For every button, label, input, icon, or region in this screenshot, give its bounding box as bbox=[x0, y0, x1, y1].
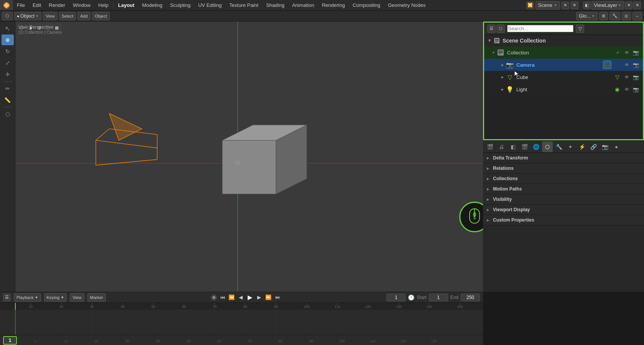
tab-rendering[interactable]: Rendering bbox=[318, 0, 349, 10]
prop-render-icon[interactable]: 🎬 bbox=[485, 141, 495, 152]
proportional-btn[interactable]: ◎ bbox=[622, 12, 631, 20]
transform-btn[interactable]: ↔ bbox=[632, 12, 642, 20]
object-menu-btn[interactable]: Object bbox=[92, 12, 110, 20]
prop-physics-icon[interactable]: ⚡ bbox=[577, 141, 587, 152]
camera-expand-arrow[interactable]: ▶ bbox=[499, 62, 506, 68]
light-lamp-icon[interactable]: ◉ bbox=[613, 85, 621, 94]
tab-animation[interactable]: Animation bbox=[288, 0, 318, 10]
menu-render[interactable]: Render bbox=[45, 0, 69, 10]
camera-constraint-icon[interactable]: 🎥 bbox=[603, 61, 611, 69]
outliner-search-input[interactable] bbox=[507, 25, 573, 32]
cube-modifier-icon[interactable]: ▽ bbox=[613, 73, 621, 81]
main-viewport[interactable]: User Perspective (1) Collection | Camera… bbox=[15, 21, 483, 292]
viewport-display-header[interactable]: ▶ Viewport Display bbox=[483, 205, 644, 215]
delta-transform-header[interactable]: ▶ Delta Transform bbox=[483, 153, 644, 163]
tab-texture-paint[interactable]: Texture Paint bbox=[225, 0, 262, 10]
add-menu-btn[interactable]: Add bbox=[77, 12, 90, 20]
menu-file[interactable]: File bbox=[13, 0, 29, 10]
collection-expand-arrow[interactable]: ▼ bbox=[490, 49, 496, 56]
keying-menu-btn[interactable]: Keying ▼ bbox=[44, 293, 67, 302]
collection-check-icon[interactable]: ✓ bbox=[614, 49, 621, 56]
tab-geometry-nodes[interactable]: Geometry Nodes bbox=[384, 0, 429, 10]
prop-scene-icon[interactable]: 🎬 bbox=[519, 141, 530, 152]
current-frame-input[interactable]: 1 bbox=[386, 294, 406, 301]
cursor-tool[interactable]: ↖ bbox=[2, 23, 14, 34]
outliner-display-mode[interactable]: ☰ bbox=[487, 25, 496, 33]
light-item-row[interactable]: ▶ 💡 Light ◉ 👁 📷 bbox=[484, 83, 643, 95]
view-menu-btn[interactable]: View bbox=[43, 12, 58, 20]
menu-help[interactable]: Help bbox=[94, 0, 112, 10]
timeline-view-menu-btn[interactable]: View bbox=[70, 293, 84, 302]
jump-start-btn[interactable]: ⏮ bbox=[219, 294, 226, 301]
add-cube-tool[interactable]: ⬡ bbox=[2, 109, 14, 120]
scene-collection-row[interactable]: ▼ Scene Collection bbox=[484, 35, 643, 46]
view-layer-remove-icon[interactable]: ✕ bbox=[633, 2, 641, 9]
timeline-content[interactable] bbox=[0, 310, 483, 335]
prop-object-icon[interactable]: ⬡ bbox=[542, 141, 553, 152]
menu-window[interactable]: Window bbox=[69, 0, 94, 10]
rotate-tool[interactable]: ↻ bbox=[2, 46, 14, 57]
tab-modeling[interactable]: Modeling bbox=[138, 0, 166, 10]
scene-remove-icon[interactable]: ✕ bbox=[571, 2, 578, 9]
custom-properties-header[interactable]: ▶ Custom Properties bbox=[483, 215, 644, 225]
tab-shading[interactable]: Shading bbox=[262, 0, 288, 10]
cube-item-row[interactable]: ▶ ▽ Cube ▽ 👁 📷 bbox=[484, 71, 643, 83]
prop-object-data-icon[interactable]: 📷 bbox=[600, 141, 610, 152]
playback-menu-btn[interactable]: Playback ▼ bbox=[14, 293, 41, 302]
tab-compositing[interactable]: Compositing bbox=[349, 0, 384, 10]
end-frame-input[interactable]: 250 bbox=[461, 294, 480, 301]
record-dot[interactable] bbox=[211, 294, 217, 301]
scene-add-icon[interactable]: ✕ bbox=[562, 2, 569, 9]
outliner-filter-btn[interactable]: ▽ bbox=[576, 25, 584, 33]
select-menu-btn[interactable]: Select bbox=[59, 12, 76, 20]
overlay-btn[interactable]: ⊞ bbox=[599, 12, 608, 20]
mode-dropdown[interactable]: ● Object ▼ bbox=[14, 12, 41, 20]
viewport-icon[interactable]: ⬡ bbox=[2, 12, 13, 20]
tab-sculpting[interactable]: Sculpting bbox=[166, 0, 194, 10]
prop-material-icon[interactable]: ● bbox=[611, 141, 622, 152]
prop-world-icon[interactable]: 🌐 bbox=[531, 141, 541, 152]
scale-tool[interactable]: ⤢ bbox=[2, 58, 14, 68]
play-btn[interactable]: ▶ bbox=[246, 294, 254, 301]
measure-tool[interactable]: 📏 bbox=[2, 95, 14, 105]
camera-render-icon[interactable]: 📷 bbox=[632, 61, 640, 69]
light-render-icon[interactable]: 📷 bbox=[632, 85, 640, 93]
blender-icon-btn[interactable] bbox=[0, 0, 13, 10]
scene-type-icon[interactable]: 🔀 bbox=[526, 2, 534, 9]
snap-btn[interactable]: 🔧 bbox=[610, 12, 620, 20]
prop-output-icon[interactable]: 🖨 bbox=[496, 141, 507, 152]
next-keyframe-btn[interactable]: ⏩ bbox=[264, 294, 272, 301]
view-layer-selector[interactable]: ViewLayer ▼ bbox=[591, 1, 624, 10]
collection-eye-icon[interactable]: 👁 bbox=[623, 49, 631, 56]
transform-tool[interactable]: ✛ bbox=[2, 69, 14, 80]
collection-row[interactable]: ▼ Collection ✓ 👁 📷 bbox=[484, 46, 643, 59]
cube-eye-icon[interactable]: 👁 bbox=[623, 73, 631, 81]
navigation-gizmo[interactable]: 5 bbox=[459, 202, 483, 232]
prop-modifier-icon[interactable]: 🔧 bbox=[554, 141, 564, 152]
tab-uv-editing[interactable]: UV Editing bbox=[194, 0, 225, 10]
timeline-type-icon[interactable]: ☰ bbox=[3, 294, 11, 301]
marker-menu-btn[interactable]: Marker bbox=[87, 293, 106, 302]
prop-particles-icon[interactable]: ✦ bbox=[565, 141, 576, 152]
tab-layout[interactable]: Layout bbox=[114, 0, 138, 10]
prop-view-layer-icon[interactable]: ◧ bbox=[508, 141, 518, 152]
prop-constraints-icon[interactable]: 🔗 bbox=[588, 141, 599, 152]
shading-dropdown[interactable]: Glo... ▼ bbox=[576, 12, 598, 20]
view-layer-icon[interactable]: ◧ bbox=[583, 2, 591, 9]
outliner-view-mode[interactable]: ⬡ bbox=[496, 25, 505, 33]
next-frame-btn[interactable]: ▶ bbox=[255, 294, 263, 301]
cube-expand-arrow[interactable]: ▶ bbox=[499, 74, 506, 80]
view-layer-add-icon[interactable]: ✕ bbox=[625, 2, 632, 9]
prev-frame-btn[interactable]: ◀ bbox=[237, 294, 245, 301]
move-tool[interactable]: ⊕ bbox=[2, 34, 14, 45]
collection-camera-icon[interactable]: 📷 bbox=[632, 49, 640, 56]
menu-edit[interactable]: Edit bbox=[29, 0, 45, 10]
motion-paths-header[interactable]: ▶ Motion Paths bbox=[483, 184, 644, 194]
camera-item-row[interactable]: ▶ 📷 Camera 🎥 👁 📷 bbox=[484, 59, 643, 71]
cube-render-icon[interactable]: 📷 bbox=[632, 73, 640, 81]
prev-keyframe-btn[interactable]: ⏪ bbox=[228, 294, 235, 301]
light-eye-icon[interactable]: 👁 bbox=[623, 85, 631, 93]
jump-end-btn[interactable]: ⏭ bbox=[274, 294, 281, 301]
scene-selector[interactable]: Scene ▼ bbox=[536, 1, 560, 10]
camera-eye-icon[interactable]: 👁 bbox=[623, 61, 631, 69]
